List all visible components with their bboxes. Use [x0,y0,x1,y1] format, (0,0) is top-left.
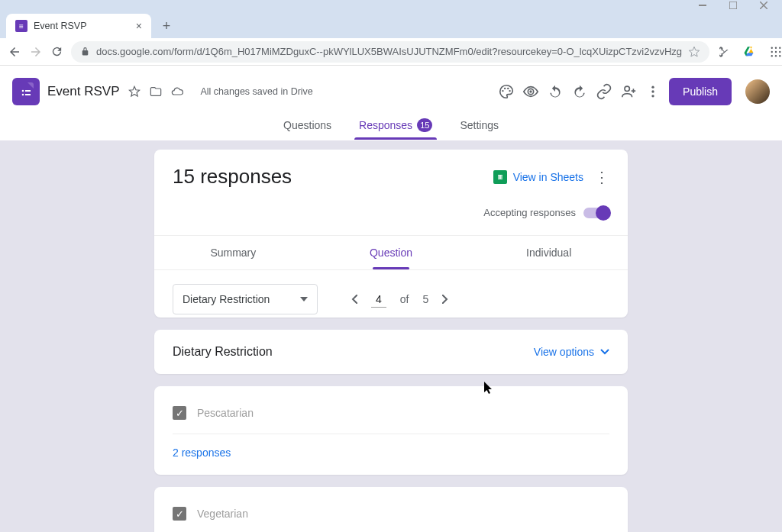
responses-more-icon[interactable]: ⋮ [594,168,609,186]
svg-point-11 [775,55,777,56]
window-close-icon[interactable] [759,1,768,10]
option-label: Pescatarian [197,407,254,419]
page-body: 15 responses View in Sheets ⋮ Accepting … [0,140,782,532]
extension-icons [717,44,782,60]
svg-point-29 [651,95,654,97]
responses-count-link[interactable]: 2 responses [173,447,231,459]
question-title: Dietary Restriction [173,345,273,359]
app-header: Event RSVP All changes saved in Drive Pu… [0,66,782,140]
scissors-icon[interactable] [717,45,731,59]
undo-icon[interactable] [547,83,564,100]
tab-close-icon[interactable]: × [136,20,142,32]
forms-logo-icon[interactable] [12,78,40,105]
tab-settings-label: Settings [460,119,499,131]
main-tabs: Questions Responses 15 Settings [12,110,770,140]
responses-sub-tabs: Summary Question Individual [154,235,628,269]
question-select-dropdown[interactable]: Dietary Restriction [173,284,318,314]
tab-questions-label: Questions [283,119,331,131]
omnibox[interactable]: docs.google.com/form/d/1Q6m_H017MiMZDgux… [71,41,709,63]
total-questions: 5 [422,293,428,305]
svg-rect-20 [25,94,31,95]
tab-settings[interactable]: Settings [460,110,499,140]
forward-button[interactable] [29,44,43,60]
svg-point-4 [771,47,773,48]
subtab-question[interactable]: Question [312,236,470,269]
svg-point-17 [22,90,24,92]
option-label: Vegetarian [197,508,248,520]
svg-rect-1 [729,2,737,9]
dots-grid-icon[interactable] [769,45,782,59]
document-title[interactable]: Event RSVP [47,84,120,99]
bookmark-star-icon[interactable] [688,46,700,58]
svg-point-26 [625,86,629,91]
publish-button[interactable]: Publish [669,78,732,105]
svg-rect-34 [499,175,500,179]
svg-point-9 [779,50,780,52]
window-maximize-icon[interactable] [729,1,738,10]
new-tab-button[interactable]: + [156,15,177,37]
svg-point-24 [509,90,510,92]
move-folder-icon[interactable] [149,85,163,98]
theme-palette-icon[interactable] [498,83,515,100]
responses-count-title: 15 responses [173,165,292,189]
tab-responses[interactable]: Responses 15 [359,110,432,140]
svg-point-27 [651,86,654,89]
url-text: docs.google.com/form/d/1Q6m_H017MiMZDgux… [96,46,682,57]
subtab-summary-label: Summary [210,247,256,259]
star-icon[interactable] [128,85,141,98]
view-options-link[interactable]: View options [534,346,609,358]
preview-eye-icon[interactable] [522,83,539,100]
svg-point-19 [22,94,24,96]
saved-status-text: All changes saved in Drive [201,86,313,97]
svg-point-21 [502,90,503,92]
prev-question-button[interactable] [351,295,357,304]
checkbox-checked-icon: ✓ [173,507,186,521]
window-titlebar [0,0,782,11]
sheets-icon [493,170,507,184]
browser-tab[interactable]: ≡ Event RSVP × [6,14,151,38]
svg-point-23 [507,88,509,89]
accepting-responses-label: Accepting responses [483,207,576,218]
reload-button[interactable] [50,44,63,60]
address-bar-row: docs.google.com/form/d/1Q6m_H017MiMZDgux… [0,38,782,66]
view-options-label: View options [534,346,594,358]
svg-point-10 [771,55,773,56]
question-nav-row: Dietary Restriction 4 of 5 [154,269,628,318]
svg-rect-18 [25,90,31,92]
redo-icon[interactable] [571,83,588,100]
current-question-number[interactable]: 4 [371,292,386,308]
question-pager: 4 of 5 [351,292,448,308]
chevron-down-icon [600,349,609,355]
subtab-individual-label: Individual [526,247,571,259]
view-in-sheets-link[interactable]: View in Sheets [493,170,583,184]
checkbox-checked-icon: ✓ [173,406,186,420]
add-collaborator-icon[interactable] [620,83,637,100]
of-label: of [400,293,409,305]
svg-point-5 [775,47,777,48]
tab-strip: ≡ Event RSVP × + [0,11,782,38]
subtab-summary[interactable]: Summary [154,236,312,269]
lock-icon [80,47,90,56]
accepting-responses-toggle[interactable] [583,208,609,218]
svg-rect-0 [699,5,706,6]
account-avatar[interactable] [745,79,770,104]
tab-responses-label: Responses [359,119,412,131]
tab-questions[interactable]: Questions [283,110,331,140]
responses-count-badge: 15 [417,118,432,132]
more-menu-icon[interactable] [645,83,661,100]
tab-title: Event RSVP [34,21,86,31]
subtab-individual[interactable]: Individual [470,236,628,269]
window-minimize-icon[interactable] [698,1,707,10]
drive-icon[interactable] [743,45,757,59]
cloud-status-icon[interactable] [170,85,184,98]
chevron-down-icon [300,297,308,301]
link-icon[interactable] [596,83,612,100]
view-in-sheets-label: View in Sheets [513,171,583,183]
svg-point-25 [529,90,532,92]
back-button[interactable] [8,44,21,60]
next-question-button[interactable] [442,295,448,304]
option-card: ✓ Vegetarian [154,487,628,532]
option-card: ✓ Pescatarian 2 responses [154,386,628,475]
svg-point-12 [779,55,780,56]
svg-point-6 [779,47,780,48]
